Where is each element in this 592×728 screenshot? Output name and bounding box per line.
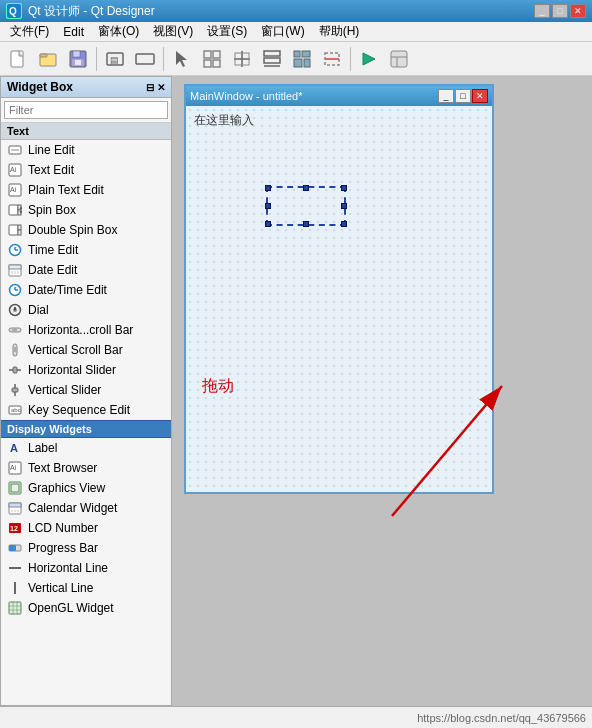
svg-text:Q: Q (9, 6, 17, 17)
handle-bl[interactable] (265, 221, 271, 227)
toolbar-settings[interactable] (385, 45, 413, 73)
doublespinbox-label: Double Spin Box (28, 223, 117, 237)
toolbar-save[interactable] (64, 45, 92, 73)
openglwidget-icon (7, 600, 23, 616)
mw-maximize-btn[interactable]: □ (455, 89, 471, 103)
progressbar-label: Progress Bar (28, 541, 98, 555)
widget-item-doublespinbox[interactable]: Double Spin Box (1, 220, 171, 240)
widget-list: Text Line Edit Ai Text Edit (1, 123, 171, 705)
widget-item-vslider[interactable]: Vertical Slider (1, 380, 171, 400)
status-bar: https://blog.csdn.net/qq_43679566 (0, 706, 592, 728)
widget-item-lcdnumber[interactable]: 12 LCD Number (1, 518, 171, 538)
hslider-label: Horizontal Slider (28, 363, 116, 377)
widget-item-hscrollbar[interactable]: Horizonta...croll Bar (1, 320, 171, 340)
minimize-button[interactable]: _ (534, 4, 550, 18)
widget-item-calendarwidget[interactable]: Calendar Widget (1, 498, 171, 518)
filter-input[interactable] (4, 101, 168, 119)
hslider-icon (7, 362, 23, 378)
handle-br[interactable] (341, 221, 347, 227)
toolbar-layout-grid[interactable] (288, 45, 316, 73)
close-button[interactable]: ✕ (570, 4, 586, 18)
toolbar-layout-h[interactable] (228, 45, 256, 73)
spinbox-label: Spin Box (28, 203, 76, 217)
vslider-label: Vertical Slider (28, 383, 101, 397)
widget-item-hline[interactable]: Horizontal Line (1, 558, 171, 578)
menu-window[interactable]: 窗口(W) (255, 21, 310, 42)
maximize-button[interactable]: □ (552, 4, 568, 18)
widget-box: Widget Box ⊟ ✕ Text Line Edit (0, 76, 172, 706)
label-icon: A (7, 440, 23, 456)
widget-item-textbrowser[interactable]: Ai Text Browser (1, 458, 171, 478)
toolbar-open[interactable] (34, 45, 62, 73)
app-title: Qt 设计师 - Qt Designer (28, 3, 155, 20)
svg-rect-87 (9, 602, 21, 614)
handle-ml[interactable] (265, 203, 271, 209)
svg-marker-29 (363, 53, 375, 65)
widget-item-openglwidget[interactable]: OpenGL Widget (1, 598, 171, 618)
toolbar-b1[interactable]: ▤ (101, 45, 129, 73)
widget-item-vline[interactable]: Vertical Line (1, 578, 171, 598)
toolbar-preview[interactable] (355, 45, 383, 73)
widget-box-header: Widget Box ⊟ ✕ (1, 77, 171, 98)
svg-rect-68 (12, 388, 18, 392)
mw-minimize-btn[interactable]: _ (438, 89, 454, 103)
title-bar: Q Qt 设计师 - Qt Designer _ □ ✕ (0, 0, 592, 22)
menu-settings[interactable]: 设置(S) (201, 21, 253, 42)
main-layout: Widget Box ⊟ ✕ Text Line Edit (0, 76, 592, 706)
toolbar-new[interactable] (4, 45, 32, 73)
selection-widget[interactable] (266, 186, 346, 226)
widget-item-label[interactable]: A Label (1, 438, 171, 458)
widget-item-graphicsview[interactable]: Graphics View (1, 478, 171, 498)
mw-title-bar: MainWindow - untitled* _ □ ✕ (186, 86, 492, 106)
widget-item-vscrollbar[interactable]: Vertical Scroll Bar (1, 340, 171, 360)
handle-tl[interactable] (265, 185, 271, 191)
widget-item-dial[interactable]: Dial (1, 300, 171, 320)
svg-text:Ai: Ai (10, 166, 17, 173)
dateedit-label: Date Edit (28, 263, 77, 277)
designer-area: MainWindow - untitled* _ □ ✕ 在这里输入 (172, 76, 592, 706)
toolbar-sep-1 (96, 47, 97, 71)
toolbar-b2[interactable] (131, 45, 159, 73)
widget-item-datetimeedit[interactable]: Date/Time Edit (1, 280, 171, 300)
mw-controls: _ □ ✕ (438, 89, 488, 103)
handle-bm[interactable] (303, 221, 309, 227)
widget-item-hslider[interactable]: Horizontal Slider (1, 360, 171, 380)
category-display-widgets[interactable]: Display Widgets (1, 420, 171, 438)
toolbar-pointer[interactable] (168, 45, 196, 73)
svg-rect-84 (9, 545, 16, 551)
handle-tr[interactable] (341, 185, 347, 191)
menu-help[interactable]: 帮助(H) (313, 21, 366, 42)
dateedit-icon (7, 262, 23, 278)
toolbar-widget[interactable] (198, 45, 226, 73)
svg-rect-30 (391, 51, 407, 67)
svg-rect-14 (213, 51, 220, 58)
widget-item-keysequence[interactable]: abc Key Sequence Edit (1, 400, 171, 420)
widget-item-progressbar[interactable]: Progress Bar (1, 538, 171, 558)
widget-item-lineedit[interactable]: Line Edit (1, 140, 171, 160)
vscrollbar-label: Vertical Scroll Bar (28, 343, 123, 357)
vline-label: Vertical Line (28, 581, 93, 595)
widget-box-close[interactable]: ✕ (157, 82, 165, 93)
toolbar-layout-v[interactable] (258, 45, 286, 73)
svg-rect-66 (13, 367, 17, 373)
handle-mr[interactable] (341, 203, 347, 209)
mw-close-btn[interactable]: ✕ (472, 89, 488, 103)
widget-item-dateedit[interactable]: Date Edit (1, 260, 171, 280)
toolbar-break[interactable] (318, 45, 346, 73)
mw-content[interactable]: 在这里输入 (186, 106, 492, 492)
menu-edit[interactable]: Edit (57, 23, 90, 41)
widget-item-plaintextedit[interactable]: Ai Plain Text Edit (1, 180, 171, 200)
menu-file[interactable]: 文件(F) (4, 21, 55, 42)
widget-item-timeedit[interactable]: Time Edit (1, 240, 171, 260)
widget-item-textedit[interactable]: Ai Text Edit (1, 160, 171, 180)
spinbox-icon: ▲ ▼ (7, 202, 23, 218)
handle-tm[interactable] (303, 185, 309, 191)
widget-item-spinbox[interactable]: ▲ ▼ Spin Box (1, 200, 171, 220)
category-text[interactable]: Text (1, 123, 171, 140)
menu-form[interactable]: 窗体(O) (92, 21, 145, 42)
svg-rect-77 (9, 503, 21, 507)
calendarwidget-label: Calendar Widget (28, 501, 117, 515)
vslider-icon (7, 382, 23, 398)
widget-box-float[interactable]: ⊟ (146, 82, 154, 93)
menu-view[interactable]: 视图(V) (147, 21, 199, 42)
